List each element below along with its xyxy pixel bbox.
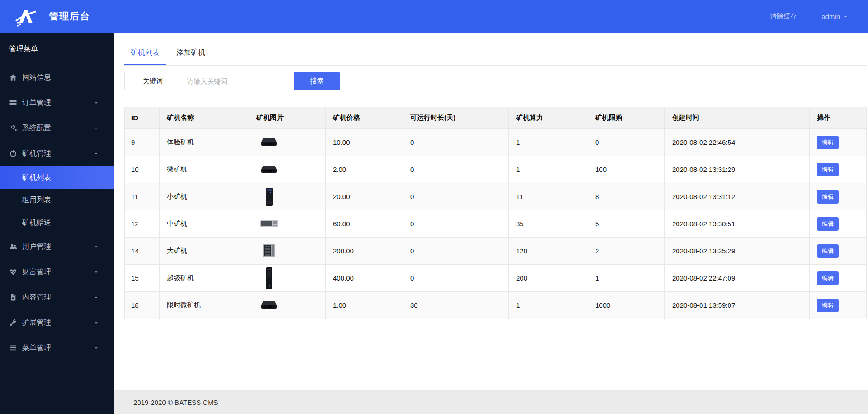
cell-id: 15 (125, 265, 160, 292)
cell-image (249, 156, 326, 183)
sidebar-item-user[interactable]: 用户管理 (0, 234, 114, 259)
cell-power: 200 (509, 265, 588, 292)
tab-add-miner[interactable]: 添加矿机 (170, 43, 212, 65)
cell-actions: 编辑 (810, 183, 867, 210)
content-icon (9, 293, 17, 301)
column-header: 矿机算力 (509, 107, 588, 129)
sidebar-item-wealth[interactable]: 财富管理 (0, 259, 114, 285)
cell-power: 120 (509, 238, 588, 265)
users-icon (9, 243, 17, 251)
cell-actions: 编辑 (810, 265, 867, 292)
cell-name: 体验矿机 (160, 129, 249, 156)
edit-button[interactable]: 编辑 (817, 244, 839, 258)
cell-id: 18 (125, 292, 160, 319)
edit-button[interactable]: 编辑 (817, 217, 839, 231)
table-row: 12中矿机60.0003552020-08-02 13:30:51编辑 (125, 210, 867, 238)
sidebar-item-content[interactable]: 内容管理 (0, 285, 114, 310)
extension-icon (9, 319, 17, 327)
sidebar-item-label: 财富管理 (22, 267, 51, 277)
cell-id: 9 (125, 129, 160, 156)
cell-duration: 0 (403, 265, 509, 292)
sidebar-subitem-miner-list[interactable]: 矿机列表 (0, 166, 114, 189)
column-header: 矿机图片 (249, 107, 326, 129)
cell-name: 微矿机 (160, 156, 249, 183)
user-menu[interactable]: admin (821, 13, 848, 20)
order-icon (9, 99, 17, 107)
cell-created: 2020-08-02 13:35:29 (665, 238, 810, 265)
edit-button[interactable]: 编辑 (817, 163, 839, 176)
cell-duration: 0 (403, 238, 509, 265)
cell-actions: 编辑 (810, 210, 867, 238)
sidebar-subitem-miner-gift[interactable]: 矿机赠送 (0, 211, 114, 234)
machine-image (256, 239, 282, 263)
cell-image (249, 129, 326, 156)
clear-cache-button[interactable]: 清除缓存 (770, 12, 797, 21)
machine-image (256, 212, 282, 236)
sidebar-item-label: 矿机管理 (22, 149, 51, 158)
cell-image (249, 265, 326, 292)
machine-image (256, 185, 282, 209)
edit-button[interactable]: 编辑 (817, 299, 839, 312)
edit-button[interactable]: 编辑 (817, 136, 839, 149)
search-input[interactable] (181, 72, 286, 90)
cell-price: 400.00 (326, 265, 403, 292)
cell-power: 35 (509, 210, 588, 238)
edit-button[interactable]: 编辑 (817, 271, 839, 285)
sidebar-item-label: 用户管理 (22, 242, 51, 252)
cell-name: 小矿机 (160, 183, 249, 210)
sidebar-item-system-config[interactable]: 系统配置 (0, 115, 114, 141)
cell-actions: 编辑 (810, 129, 867, 156)
keyword-label: 关键词 (124, 72, 181, 90)
sidebar-item-label: 网站信息 (22, 73, 51, 82)
search-button[interactable]: 搜索 (294, 72, 340, 90)
sidebar-subitem-rent-list[interactable]: 租用列表 (0, 189, 114, 211)
sidebar-item-extension[interactable]: 扩展管理 (0, 310, 114, 335)
sidebar-item-miner[interactable]: 矿机管理 (0, 141, 114, 166)
miner-icon (9, 149, 17, 157)
cell-price: 60.00 (326, 210, 403, 238)
sidebar: 管理菜单 网站信息订单管理系统配置矿机管理矿机列表租用列表矿机赠送用户管理财富管… (0, 33, 114, 414)
column-header: 矿机价格 (326, 107, 403, 129)
caret-down-icon (94, 295, 99, 300)
menu-icon (9, 344, 17, 352)
table-row: 9体验矿机10.000102020-08-02 22:46:54编辑 (125, 129, 867, 156)
edit-button[interactable]: 编辑 (817, 190, 839, 204)
caret-down-icon (94, 100, 99, 105)
caret-down-icon (94, 126, 99, 131)
cell-name: 中矿机 (160, 210, 249, 238)
sidebar-menu: 网站信息订单管理系统配置矿机管理矿机列表租用列表矿机赠送用户管理财富管理内容管理… (0, 65, 114, 361)
table-row: 14大矿机200.00012022020-08-02 13:35:29编辑 (125, 238, 867, 265)
tab-miner-list[interactable]: 矿机列表 (124, 43, 166, 65)
cell-created: 2020-08-01 13:59:07 (665, 292, 810, 319)
cell-image (249, 183, 326, 210)
cell-power: 1 (509, 156, 588, 183)
footer: 2019-2020 © BATESS CMS (114, 390, 868, 414)
sidebar-item-label: 菜单管理 (22, 343, 51, 353)
sidebar-item-order[interactable]: 订单管理 (0, 90, 114, 115)
chevron-down-icon (843, 14, 848, 19)
wealth-icon (9, 268, 17, 276)
cell-actions: 编辑 (810, 292, 867, 319)
cell-price: 20.00 (326, 183, 403, 210)
machine-image (256, 266, 282, 290)
table-row: 10微矿机2.00011002020-08-02 13:31:29编辑 (125, 156, 867, 183)
home-icon (9, 73, 17, 81)
tab-bar: 矿机列表添加矿机 (124, 33, 867, 66)
column-header: 操作 (810, 107, 867, 129)
cell-duration: 0 (403, 210, 509, 238)
topbar-actions: 清除缓存 admin (770, 12, 868, 21)
app-logo-icon (15, 6, 36, 27)
column-header: 矿机限购 (588, 107, 665, 129)
sidebar-item-site-info[interactable]: 网站信息 (0, 65, 114, 90)
cell-power: 11 (509, 183, 588, 210)
cell-name: 限时微矿机 (160, 292, 249, 319)
sidebar-section-title: 管理菜单 (0, 33, 114, 65)
column-header: ID (125, 107, 160, 129)
settings-icon (9, 124, 17, 132)
caret-down-icon (94, 320, 99, 325)
sidebar-item-label: 系统配置 (22, 124, 51, 133)
cell-duration: 0 (403, 156, 509, 183)
sidebar-item-label: 订单管理 (22, 98, 51, 108)
brand: 管理后台 (0, 6, 114, 27)
sidebar-item-menu[interactable]: 菜单管理 (0, 335, 114, 361)
